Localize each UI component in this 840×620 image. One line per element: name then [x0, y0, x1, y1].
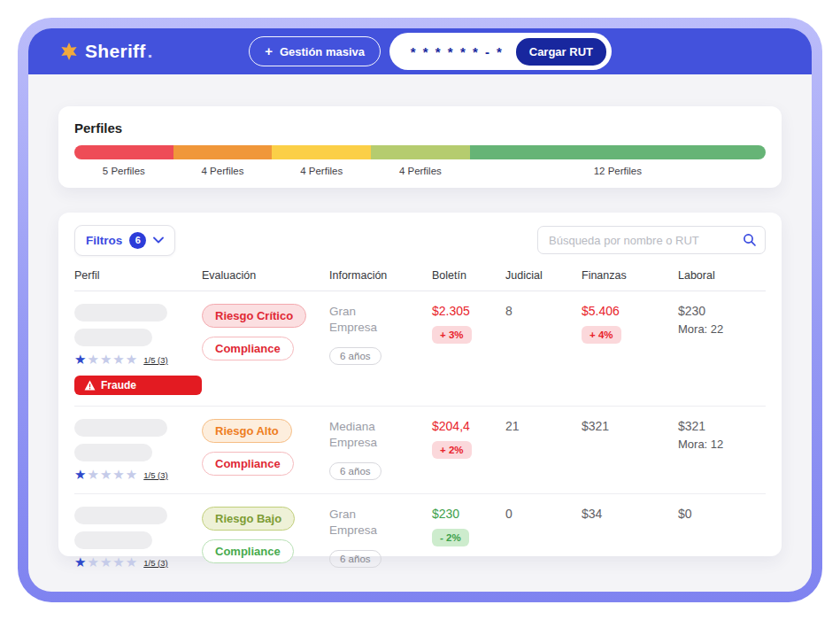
finanzas-cell: $5.406 + 4% — [582, 304, 678, 395]
filters-label: Filtros — [86, 234, 122, 247]
finanzas-amount: $34 — [582, 507, 678, 521]
name-skeleton — [74, 304, 167, 322]
company-size-line1: Gran — [329, 507, 432, 523]
star-rating: 1/5 (3) — [74, 554, 202, 570]
search-box — [537, 226, 766, 254]
profile-cell: 1/5 (3) Fraude — [74, 304, 202, 395]
boletin-change-badge: + 2% — [432, 441, 472, 459]
rating-link[interactable]: 1/5 (3) — [143, 470, 167, 480]
risk-badge: Riesgo Bajo — [202, 507, 295, 531]
risk-distribution-labels: 5 Perfiles 4 Perfiles 4 Perfiles 4 Perfi… — [74, 166, 766, 176]
bulk-management-label: Gestión masiva — [280, 45, 365, 58]
segment-high — [173, 145, 273, 159]
star-empty-icon — [87, 352, 99, 367]
star-rating: 1/5 (3) — [74, 467, 202, 483]
laboral-cell: $0 — [678, 507, 766, 570]
top-navigation-bar: Sheriff . Gestión masiva * * * * * * - *… — [28, 28, 812, 74]
laboral-amount: $321 — [678, 419, 766, 433]
segment-low — [470, 145, 766, 159]
column-header-laboral: Laboral — [678, 269, 766, 282]
judicial-count: 21 — [505, 419, 582, 433]
star-empty-icon — [126, 467, 138, 482]
fraud-badge: Fraude — [74, 376, 202, 395]
load-rut-button[interactable]: Cargar RUT — [516, 38, 606, 66]
table-row[interactable]: 1/5 (3) Fraude Riesgo Crítico — [74, 291, 766, 406]
company-size-line2: Empresa — [329, 523, 432, 539]
company-size-line1: Mediana — [329, 419, 432, 435]
app-window: Sheriff . Gestión masiva * * * * * * - *… — [28, 28, 812, 592]
rut-masked-value[interactable]: * * * * * * - * — [398, 44, 516, 59]
rut-skeleton — [74, 329, 152, 346]
compliance-badge: Compliance — [202, 337, 294, 360]
star-empty-icon — [112, 467, 125, 482]
boletin-cell: $204,4 + 2% — [432, 419, 505, 483]
segment-label: 4 Perfiles — [371, 166, 470, 176]
star-empty-icon — [126, 352, 138, 367]
rut-skeleton — [74, 531, 152, 549]
search-input[interactable] — [537, 226, 766, 254]
laboral-amount: $230 — [678, 304, 766, 318]
company-size-line2: Empresa — [329, 435, 432, 451]
judicial-cell: 21 — [505, 419, 582, 483]
star-filled-icon — [74, 554, 87, 570]
risk-distribution-bar — [74, 145, 766, 159]
filters-dropdown[interactable]: Filtros 6 — [74, 225, 175, 256]
star-empty-icon — [87, 467, 99, 482]
rut-skeleton — [74, 444, 152, 461]
column-header-boletin: Boletín — [432, 269, 505, 282]
laboral-cell: $230 Mora: 22 — [678, 304, 766, 395]
column-header-judicial: Judicial — [505, 269, 582, 282]
company-size-line2: Empresa — [329, 320, 432, 336]
bulk-management-button[interactable]: Gestión masiva — [249, 36, 381, 66]
risk-badge: Riesgo Alto — [202, 419, 292, 443]
finanzas-cell: $34 — [582, 507, 678, 570]
star-filled-icon — [74, 352, 87, 367]
star-empty-icon — [112, 352, 125, 367]
star-empty-icon — [126, 554, 138, 570]
filter-row: Filtros 6 — [74, 225, 766, 255]
column-header-informacion: Información — [329, 269, 432, 282]
profiles-card: Perfiles 5 Perfiles 4 Perfiles 4 Perfile… — [58, 106, 782, 188]
rut-input-pill[interactable]: * * * * * * - * Cargar RUT — [389, 33, 612, 70]
boletin-cell: $230 - 2% — [432, 507, 505, 570]
judicial-cell: 0 — [505, 507, 582, 570]
profiles-table-card: Filtros 6 Perfil — [58, 213, 782, 556]
rating-link[interactable]: 1/5 (3) — [143, 558, 167, 568]
star-filled-icon — [74, 467, 87, 482]
laboral-amount: $0 — [678, 507, 766, 521]
evaluation-cell: Riesgo Alto Compliance — [202, 419, 329, 483]
years-pill: 6 años — [329, 462, 381, 480]
judicial-count: 8 — [505, 304, 582, 318]
warning-icon — [84, 380, 96, 391]
star-rating: 1/5 (3) — [74, 352, 202, 368]
boletin-amount: $204,4 — [432, 419, 505, 433]
judicial-cell: 8 — [505, 304, 582, 395]
chevron-down-icon — [153, 236, 164, 244]
star-empty-icon — [112, 554, 125, 570]
boletin-amount: $230 — [432, 507, 505, 521]
plus-icon — [265, 44, 273, 58]
risk-badge: Riesgo Crítico — [202, 304, 306, 328]
laboral-mora: Mora: 22 — [678, 322, 766, 336]
evaluation-cell: Riesgo Bajo Compliance — [202, 507, 329, 570]
evaluation-cell: Riesgo Crítico Compliance — [202, 304, 329, 395]
segment-label: 12 Perfiles — [470, 166, 766, 176]
laboral-mora: Mora: 12 — [678, 438, 766, 451]
profile-cell: 1/5 (3) — [74, 419, 202, 483]
search-icon[interactable] — [743, 233, 757, 247]
finanzas-amount: $321 — [582, 419, 678, 433]
table-row[interactable]: 1/5 (3) Riesgo Alto Compliance Mediana E… — [74, 406, 766, 493]
finanzas-cell: $321 — [582, 419, 678, 483]
star-empty-icon — [100, 352, 112, 367]
brand-dot: . — [148, 41, 153, 62]
star-empty-icon — [100, 467, 112, 482]
fraud-label: Fraude — [101, 379, 136, 391]
column-header-perfil: Perfil — [74, 269, 202, 282]
company-size-line1: Gran — [329, 304, 432, 320]
years-pill: 6 años — [329, 550, 381, 568]
sheriff-star-icon — [58, 41, 80, 62]
star-empty-icon — [100, 554, 112, 570]
table-row[interactable]: 1/5 (3) Riesgo Bajo Compliance Gran Empr… — [74, 493, 766, 581]
laboral-cell: $321 Mora: 12 — [678, 419, 766, 483]
rating-link[interactable]: 1/5 (3) — [143, 355, 167, 365]
